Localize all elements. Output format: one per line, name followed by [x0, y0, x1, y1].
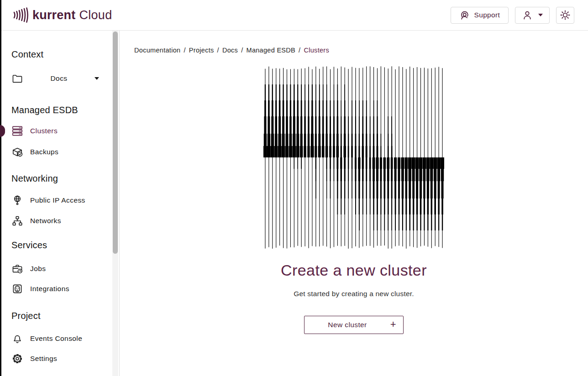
plus-icon: + — [390, 319, 396, 329]
breadcrumb-separator: / — [299, 47, 300, 54]
breadcrumb-item-documentation[interactable]: Documentation — [134, 47, 180, 54]
gear-icon — [11, 353, 23, 365]
sidebar-item-label: Settings — [30, 355, 57, 363]
user-menu-button[interactable] — [515, 7, 550, 24]
sidebar-item-label: Clusters — [30, 127, 58, 135]
logo-brand-text: kurrent — [32, 8, 75, 22]
sidebar-item-label: Networks — [30, 217, 61, 225]
kurrent-cloud-logo[interactable]: kurrent Cloud — [13, 6, 112, 24]
sidebar-heading-managed-esdb: Managed ESDB — [11, 104, 119, 115]
globe-network-icon — [11, 194, 23, 206]
sidebar-item-settings[interactable]: Settings — [11, 350, 119, 367]
app-shell: Context Docs Managed ESDB Clusters — [0, 31, 588, 376]
theme-toggle-button[interactable] — [556, 7, 574, 24]
sidebar-item-label: Backups — [30, 148, 58, 156]
kurrent-cloud-app: { "colors": { "brand_maroon": "#5b2144",… — [0, 0, 588, 376]
folder-icon — [11, 73, 23, 84]
sidebar-scrollbar-thumb[interactable] — [113, 31, 118, 254]
new-cluster-button[interactable]: New cluster + — [304, 316, 404, 334]
power-outlet-icon — [11, 283, 23, 295]
breadcrumb-item-projects[interactable]: Projects — [189, 47, 214, 54]
breadcrumb-separator: / — [217, 47, 219, 54]
sidebar-heading-project: Project — [11, 310, 119, 321]
sidebar-item-clusters[interactable]: Clusters — [11, 123, 119, 139]
sidebar-scrollbar-track[interactable] — [112, 31, 118, 376]
breadcrumb-item-managed-esdb[interactable]: Managed ESDB — [247, 47, 296, 54]
breadcrumb-item-docs[interactable]: Docs — [222, 47, 238, 54]
caret-down-icon — [94, 77, 99, 80]
clusters-icon — [11, 125, 23, 137]
sidebar-item-networks[interactable]: Networks — [11, 213, 119, 229]
sidebar-item-public-ip-access[interactable]: Public IP Access — [11, 192, 119, 209]
logo-product-text: Cloud — [79, 8, 112, 22]
sidebar-item-label: Public IP Access — [30, 196, 85, 204]
top-header: kurrent Cloud Support — [0, 0, 588, 31]
briefcase-clock-icon — [11, 263, 23, 275]
breadcrumb-separator: / — [241, 47, 243, 54]
caret-down-icon — [538, 14, 543, 16]
sidebar-item-integrations[interactable]: Integrations — [11, 281, 119, 297]
header-actions: Support — [451, 7, 574, 24]
sidebar-item-label: Jobs — [30, 265, 46, 273]
support-agent-icon — [459, 10, 470, 21]
breadcrumb-item-clusters[interactable]: Clusters — [304, 47, 329, 54]
backups-icon — [11, 146, 23, 158]
sidebar-heading-services: Services — [11, 240, 119, 251]
sidebar: Context Docs Managed ESDB Clusters — [0, 31, 120, 376]
empty-state-subtitle: Get started by creating a new cluster. — [120, 290, 588, 298]
main-content: Documentation / Projects / Docs / Manage… — [120, 31, 588, 376]
breadcrumb-separator: / — [184, 47, 185, 54]
new-cluster-button-label: New cluster — [328, 321, 367, 329]
sidebar-item-label: Integrations — [30, 285, 69, 293]
network-tree-icon — [11, 215, 23, 227]
kurrent-wave-logo-icon — [13, 6, 29, 24]
sidebar-heading-context: Context — [11, 49, 119, 60]
bell-icon — [11, 333, 23, 345]
context-selector-label: Docs — [23, 74, 94, 83]
sidebar-item-label: Events Console — [30, 334, 82, 343]
sun-icon — [560, 10, 571, 21]
support-button-label: Support — [474, 11, 500, 19]
breadcrumb: Documentation / Projects / Docs / Manage… — [134, 47, 588, 54]
user-icon — [522, 10, 533, 21]
sidebar-item-jobs[interactable]: Jobs — [11, 261, 119, 277]
active-item-indicator — [0, 125, 5, 137]
sidebar-item-events-console[interactable]: Events Console — [11, 330, 119, 347]
barcode-wave-illustration — [263, 66, 444, 249]
sidebar-heading-networking: Networking — [11, 173, 119, 184]
empty-state-title: Create a new cluster — [120, 261, 588, 279]
sidebar-item-backups[interactable]: Backups — [11, 144, 119, 160]
support-button[interactable]: Support — [451, 7, 509, 24]
context-selector-docs[interactable]: Docs — [11, 72, 99, 85]
window-left-edge — [0, 0, 1, 376]
